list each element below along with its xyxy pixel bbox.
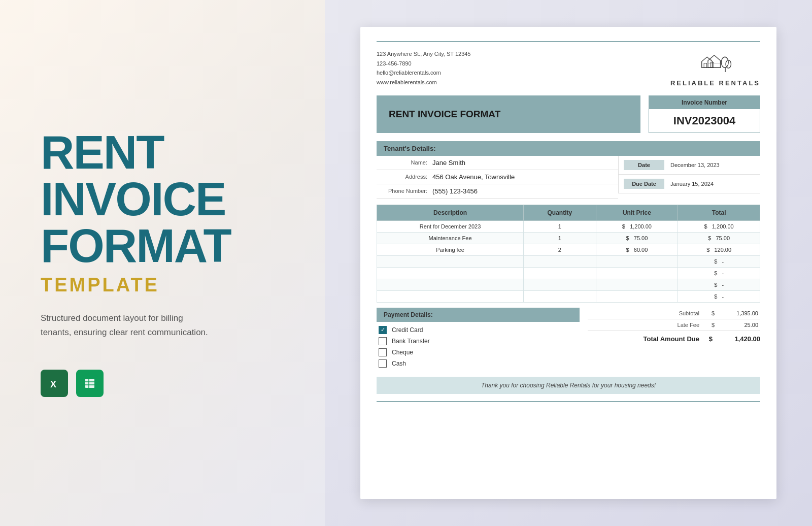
tenant-address-row: Address: 456 Oak Avenue, Townsville bbox=[377, 170, 618, 184]
payment-option-label: Bank Transfer bbox=[392, 338, 430, 345]
title-line-1: RENT bbox=[41, 129, 294, 176]
cell-quantity: 1 bbox=[524, 220, 596, 232]
right-panel: 123 Anywhere St., Any City, ST 12345 123… bbox=[325, 0, 812, 526]
date-fields: Date December 13, 2023 Due Date January … bbox=[618, 156, 760, 193]
cell-quantity bbox=[524, 255, 596, 267]
cell-unit-price: $ 60.00 bbox=[596, 244, 678, 255]
bottom-divider bbox=[377, 401, 760, 402]
table-row: Parking fee2$ 60.00$ 120.00 bbox=[377, 244, 760, 255]
cell-quantity bbox=[524, 267, 596, 279]
bottom-section: Payment Details: ✓Credit CardBank Transf… bbox=[377, 308, 760, 368]
col-header-quantity: Quantity bbox=[524, 205, 596, 220]
file-icons-row: X bbox=[41, 370, 294, 397]
col-header-unit-price: Unit Price bbox=[596, 205, 678, 220]
cell-description: Maintenance Fee bbox=[377, 232, 524, 244]
table-row: Rent for December 20231$ 1,200.00$ 1,200… bbox=[377, 220, 760, 232]
main-title: RENT INVOICE FORMAT bbox=[41, 129, 294, 269]
invoice-number-value: INV2023004 bbox=[673, 109, 735, 133]
description: Structured document layout for billing t… bbox=[41, 311, 213, 339]
tenant-section: Tenant's Details: Name: Jane Smith Addre… bbox=[377, 141, 760, 199]
company-email: hello@reliablerentals.com bbox=[377, 68, 470, 78]
cell-quantity: 1 bbox=[524, 232, 596, 244]
sheets-icon bbox=[76, 370, 104, 397]
cell-total: $ 1,200.00 bbox=[678, 220, 760, 232]
company-phone: 123-456-7890 bbox=[377, 59, 470, 69]
top-divider bbox=[377, 41, 760, 42]
company-logo: RELIABLE RENTALS bbox=[670, 49, 760, 87]
svg-text:X: X bbox=[50, 379, 56, 389]
cell-total: $ 120.00 bbox=[678, 244, 760, 255]
checkbox-unchecked bbox=[379, 348, 387, 356]
subtotal-dollar: $ bbox=[704, 310, 715, 316]
cell-description bbox=[377, 267, 524, 279]
subtotal-label: Subtotal bbox=[649, 310, 704, 316]
date-row: Date December 13, 2023 bbox=[619, 156, 760, 175]
cell-total: $ - bbox=[678, 267, 760, 279]
cell-unit-price: $ 75.00 bbox=[596, 232, 678, 244]
cell-total: $ - bbox=[678, 255, 760, 267]
cell-description: Rent for December 2023 bbox=[377, 220, 524, 232]
company-address: 123 Anywhere St., Any City, ST 12345 bbox=[377, 49, 470, 59]
due-date-value: January 15, 2024 bbox=[664, 181, 714, 187]
cell-quantity: 2 bbox=[524, 244, 596, 255]
table-row: $ - bbox=[377, 290, 760, 302]
cell-total: $ - bbox=[678, 279, 760, 290]
grand-total-row: Total Amount Due $ 1,420.00 bbox=[588, 331, 760, 347]
doc-header: 123 Anywhere St., Any City, ST 12345 123… bbox=[377, 49, 760, 87]
invoice-title-box: RENT INVOICE FORMAT bbox=[377, 95, 640, 133]
cell-description bbox=[377, 255, 524, 267]
cell-description bbox=[377, 290, 524, 302]
svg-rect-8 bbox=[704, 63, 707, 68]
table-row: $ - bbox=[377, 267, 760, 279]
checkbox-checked: ✓ bbox=[379, 326, 387, 334]
grand-total-value: 1,420.00 bbox=[715, 335, 760, 343]
cell-total: $ 75.00 bbox=[678, 232, 760, 244]
payment-option-label: Credit Card bbox=[392, 326, 423, 334]
checkbox-unchecked bbox=[379, 337, 387, 345]
tenant-section-header: Tenant's Details: bbox=[377, 141, 760, 156]
payment-section: Payment Details: ✓Credit CardBank Transf… bbox=[377, 308, 580, 368]
payment-option-label: Cheque bbox=[392, 349, 413, 356]
company-name: RELIABLE RENTALS bbox=[670, 79, 760, 87]
cell-unit-price bbox=[596, 279, 678, 290]
subtitle: TEMPLATE bbox=[41, 274, 294, 296]
thank-you-box: Thank you for choosing Reliable Rentals … bbox=[377, 377, 760, 394]
payment-header: Payment Details: bbox=[377, 308, 580, 322]
title-line-2: INVOICE bbox=[41, 176, 294, 222]
company-website: www.reliablerentals.com bbox=[377, 78, 470, 87]
payment-option-label: Cash bbox=[392, 360, 406, 367]
table-row: $ - bbox=[377, 255, 760, 267]
cell-quantity bbox=[524, 290, 596, 302]
totals-section: Subtotal $ 1,395.00 Late Fee $ 25.00 Tot… bbox=[588, 308, 760, 347]
name-value: Jane Smith bbox=[432, 159, 465, 167]
cell-unit-price bbox=[596, 267, 678, 279]
tenant-fields: Name: Jane Smith Address: 456 Oak Avenue… bbox=[377, 156, 618, 199]
payment-option: ✓Credit Card bbox=[379, 326, 580, 334]
payment-option: Cash bbox=[379, 359, 580, 368]
date-value: December 13, 2023 bbox=[664, 162, 720, 168]
phone-label: Phone Number: bbox=[377, 188, 432, 194]
col-header-total: Total bbox=[678, 205, 760, 220]
grand-total-label: Total Amount Due bbox=[628, 335, 704, 343]
cell-unit-price bbox=[596, 290, 678, 302]
cell-unit-price bbox=[596, 255, 678, 267]
title-line-3: FORMAT bbox=[41, 222, 294, 269]
invoice-title: RENT INVOICE FORMAT bbox=[389, 109, 500, 120]
tenant-date-row: Name: Jane Smith Address: 456 Oak Avenue… bbox=[377, 156, 760, 199]
subtotal-row: Subtotal $ 1,395.00 bbox=[588, 308, 760, 319]
invoice-number-box: Invoice Number INV2023004 bbox=[649, 95, 760, 133]
payment-option: Bank Transfer bbox=[379, 337, 580, 345]
payment-options: ✓Credit CardBank TransferChequeCash bbox=[377, 326, 580, 368]
col-header-description: Description bbox=[377, 205, 524, 220]
invoice-number-label: Invoice Number bbox=[649, 96, 760, 109]
address-label: Address: bbox=[377, 174, 432, 180]
date-label: Date bbox=[624, 160, 664, 170]
grand-total-dollar: $ bbox=[704, 335, 715, 343]
items-table: Description Quantity Unit Price Total Re… bbox=[377, 205, 760, 303]
company-info: 123 Anywhere St., Any City, ST 12345 123… bbox=[377, 49, 470, 87]
svg-rect-3 bbox=[85, 379, 94, 388]
late-fee-dollar: $ bbox=[704, 322, 715, 328]
cell-quantity bbox=[524, 279, 596, 290]
tenant-phone-row: Phone Number: (555) 123-3456 bbox=[377, 184, 618, 199]
address-value: 456 Oak Avenue, Townsville bbox=[432, 173, 515, 181]
